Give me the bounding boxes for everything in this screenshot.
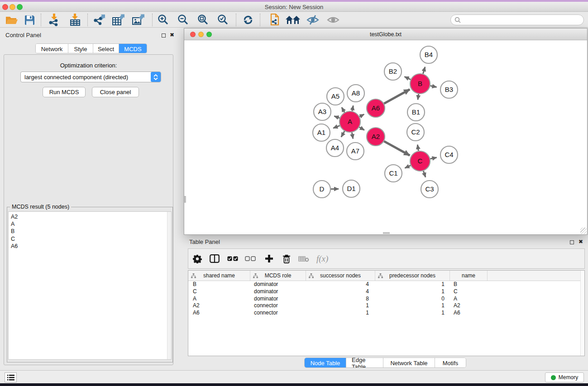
tab-style[interactable]: Style (68, 44, 93, 53)
graph-edge-A-A7[interactable] (352, 133, 353, 139)
column-header-successor-nodes[interactable]: successor nodes (306, 271, 375, 281)
export-image-button[interactable] (129, 13, 147, 27)
import-table-button[interactable] (66, 13, 84, 27)
zoom-fit-button[interactable] (194, 13, 212, 27)
column-type-icon (253, 273, 258, 278)
tab-select[interactable]: Select (93, 44, 119, 53)
search-input[interactable] (463, 17, 583, 23)
table-toolbar: f(x) (188, 248, 585, 269)
close-panel-icon[interactable]: ✖ (170, 32, 174, 38)
result-list-item[interactable]: B (9, 228, 171, 235)
column-header-shared-name[interactable]: shared name (188, 271, 250, 281)
zoom-in-icon (158, 14, 169, 26)
mcds-result-list[interactable]: A2ABCA6 (8, 211, 172, 360)
resize-grip-icon[interactable] (580, 228, 587, 234)
hide-selected-button[interactable] (304, 13, 322, 27)
float-panel-icon[interactable] (162, 33, 166, 38)
tab-motifs[interactable]: Motifs (435, 358, 466, 367)
table-row[interactable]: Bdominator41B (188, 281, 584, 288)
graph-edge-B-B1[interactable] (418, 94, 419, 100)
plus-icon (265, 254, 273, 263)
zoom-out-icon (177, 14, 189, 26)
result-list-item[interactable]: A2 (9, 213, 171, 220)
table-cell: 0 (375, 295, 450, 303)
result-list-item[interactable]: C (9, 235, 171, 243)
graph-edge-A-A2[interactable] (359, 127, 364, 130)
table-cell: B (188, 281, 250, 288)
add-column-button[interactable] (265, 252, 273, 266)
split-columns-icon (210, 254, 220, 263)
tab-network-table[interactable]: Network Table (383, 358, 435, 367)
tab-node-table[interactable]: Node Table (305, 358, 346, 367)
graph-edge-A-A6[interactable] (359, 114, 364, 117)
graph-edge-A-A5[interactable] (342, 107, 344, 112)
graph-edge-C-C2[interactable] (417, 145, 418, 151)
refresh-layout-button[interactable] (239, 13, 257, 27)
column-header-MCDS-role[interactable]: MCDS role (250, 271, 306, 281)
function-builder-button[interactable]: f(x) (316, 252, 328, 266)
zoom-selected-button[interactable] (214, 13, 232, 27)
deselect-all-button[interactable] (245, 252, 256, 266)
graph-edge-B-B3[interactable] (430, 86, 437, 87)
graph-edge-C-C1[interactable] (405, 166, 411, 168)
run-mcds-button[interactable]: Run MCDS (43, 87, 86, 97)
import-network-button[interactable] (45, 13, 63, 27)
graph-edge-C-C4[interactable] (430, 157, 436, 159)
split-panel-button[interactable] (210, 252, 220, 266)
show-all-button[interactable] (324, 13, 342, 27)
graph-edge-A-A1[interactable] (333, 126, 339, 128)
duplicate-network-button[interactable] (265, 13, 283, 27)
graph-edge-B-B2[interactable] (405, 76, 411, 79)
network-horizontal-scrollbar[interactable] (383, 232, 390, 234)
toolbar-separator (152, 14, 153, 26)
delete-column-button[interactable] (282, 252, 291, 266)
graph-edge-B-B4[interactable] (423, 67, 425, 74)
column-header-name[interactable]: name (450, 271, 488, 281)
result-list-scrollbar[interactable] (167, 212, 171, 359)
tab-edge-table[interactable]: Edge Table (346, 358, 383, 367)
close-panel-button[interactable]: Close panel (92, 87, 139, 97)
table-scrollbar[interactable] (580, 271, 584, 356)
select-all-button[interactable] (227, 252, 238, 266)
export-table-button[interactable] (109, 13, 127, 27)
delete-table-button[interactable] (298, 252, 309, 266)
network-window-titlebar: testGlobe.txt (184, 29, 587, 40)
network-window-title: testGlobe.txt (184, 31, 587, 38)
graph-node-label: B2 (389, 67, 397, 75)
zoom-out-button[interactable] (174, 13, 192, 27)
node-table[interactable]: shared nameMCDS rolesuccessor nodesprede… (188, 270, 585, 356)
float-table-panel-icon[interactable] (570, 240, 574, 244)
memory-button[interactable]: Memory (545, 372, 584, 382)
export-network-button[interactable] (90, 13, 108, 27)
home-button[interactable] (284, 13, 302, 27)
table-row[interactable]: A6connector11A6 (188, 310, 584, 317)
task-history-button[interactable] (5, 372, 17, 382)
save-session-button[interactable] (20, 13, 38, 27)
network-canvas[interactable]: B4B2BB3A8A5A6A3B1AC2A1A2A4A7C4CC1C3DD1 (184, 40, 587, 234)
graph-edge-A-A4[interactable] (341, 131, 344, 137)
table-row[interactable]: A2connector11A2 (188, 302, 584, 310)
tab-network[interactable]: Network (36, 44, 68, 53)
close-table-panel-icon[interactable]: ✖ (578, 238, 583, 245)
column-header-predecessor-nodes[interactable]: predecessor nodes (375, 271, 450, 281)
table-row[interactable]: Cdominator41C (188, 288, 584, 295)
zoom-in-button[interactable] (154, 13, 172, 27)
tab-mcds[interactable]: MCDS (119, 44, 147, 53)
result-list-item[interactable]: A6 (9, 243, 171, 250)
graph-node-label: C4 (445, 151, 453, 158)
network-vertical-scrollbar[interactable] (184, 196, 186, 203)
graph-edge-A-A8[interactable] (352, 105, 353, 111)
graph-edge-A6-B[interactable] (384, 90, 410, 104)
table-cell: C (188, 288, 250, 295)
criterion-dropdown[interactable]: largest connected component (directed) (20, 71, 161, 82)
graph-node-label: C2 (411, 128, 420, 136)
graph-edge-C-C3[interactable] (423, 171, 425, 177)
graph-edge-A-A3[interactable] (334, 116, 339, 118)
search-box[interactable] (450, 14, 584, 25)
result-list-item[interactable]: A (9, 220, 171, 228)
graph-edge-A2-C[interactable] (384, 141, 410, 155)
open-session-button[interactable] (3, 13, 21, 27)
table-row[interactable]: Adominator80A (188, 295, 584, 303)
table-cell: C (450, 288, 488, 295)
table-settings-button[interactable] (193, 252, 202, 266)
